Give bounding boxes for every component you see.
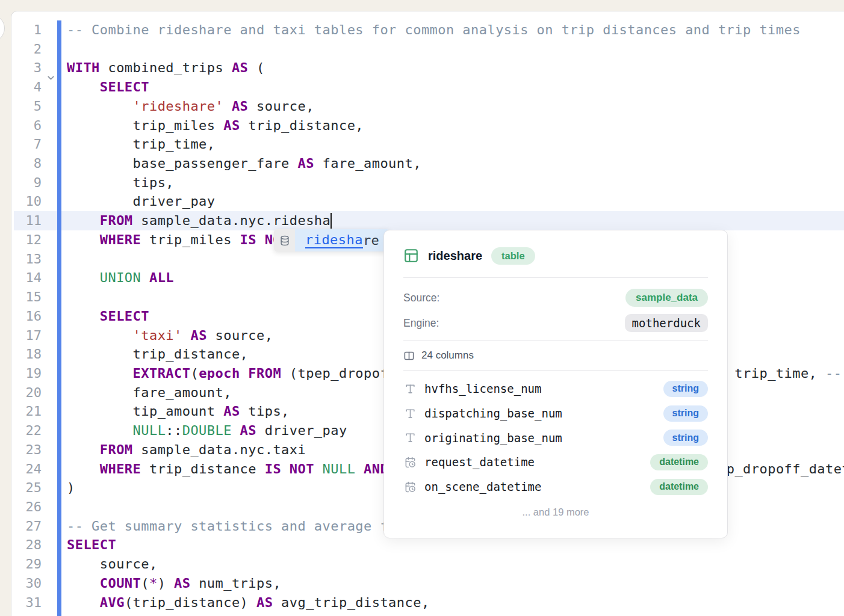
suggestion-label: rideshare xyxy=(295,229,389,251)
code-token xyxy=(355,461,364,476)
code-token xyxy=(67,614,100,616)
more-columns-label: ... and 19 more xyxy=(403,507,708,518)
code-token: AS xyxy=(232,99,248,114)
line-number: 7 xyxy=(11,135,42,154)
gutter-numbers: 1234567891011121314151617181920212223242… xyxy=(11,20,42,616)
code-token: WHERE xyxy=(100,461,141,476)
code-token: epoch xyxy=(199,366,240,381)
panel-kv-rows: Source:sample_dataEngine:motherduck xyxy=(403,285,708,336)
code-token: DOUBLE xyxy=(182,423,232,438)
code-token: trip_time, xyxy=(67,137,216,152)
calendar-clock-icon xyxy=(403,481,417,493)
code-line[interactable]: COUNT(*) AS num_trips, xyxy=(67,574,844,593)
code-line[interactable]: AVG(trip_distance) AS avg_trip_distance, xyxy=(67,593,844,612)
code-token: AS xyxy=(223,614,240,616)
code-token xyxy=(67,461,100,476)
fold-chevron-down-icon[interactable] xyxy=(46,73,56,83)
line-number: 23 xyxy=(11,440,42,460)
column-row: hvfhs_license_numstring xyxy=(403,377,708,401)
page: { "colors": { "keyword": "#770088", "str… xyxy=(0,0,844,616)
code-line[interactable]: SELECT xyxy=(67,535,844,555)
code-token: AS xyxy=(190,328,206,343)
code-line[interactable]: AVG(trip_time) AS avg_trip_time, xyxy=(67,612,844,616)
line-number: 24 xyxy=(11,460,42,479)
code-token xyxy=(67,79,100,94)
column-row: dispatching_base_numstring xyxy=(403,401,708,426)
code-token xyxy=(314,461,323,476)
table-name: rideshare xyxy=(428,249,482,263)
code-line[interactable]: -- Combine rideshare and taxi tables for… xyxy=(67,20,844,40)
line-number: 1 xyxy=(11,20,42,40)
code-token: -- Combine rideshare and taxi tables for… xyxy=(67,22,801,37)
column-type-badge: datetime xyxy=(650,454,708,470)
code-token xyxy=(182,328,191,343)
code-token: combined_trips xyxy=(100,60,232,75)
line-number: 14 xyxy=(11,268,42,288)
line-number: 3 xyxy=(11,58,42,78)
columns-count-row: 24 columns xyxy=(403,341,708,370)
line-number: 27 xyxy=(11,517,42,536)
text-type-icon xyxy=(403,432,417,443)
autocomplete-suggestion[interactable]: rideshare xyxy=(274,229,389,251)
code-token xyxy=(67,595,100,610)
code-line[interactable]: FROM sample_data.nyc.ridesha xyxy=(67,211,844,230)
code-token: 'taxi' xyxy=(133,328,182,343)
code-token: 'rideshare' xyxy=(133,99,224,114)
code-token: SELECT xyxy=(67,537,116,552)
column-row: on_scene_datetimedatetime xyxy=(403,475,708,499)
code-token xyxy=(67,232,100,247)
code-token: tips, xyxy=(240,404,290,419)
code-token: fare_amount, xyxy=(314,156,421,171)
code-line[interactable]: driver_pay xyxy=(67,192,844,211)
code-token: trip_distance, xyxy=(67,346,248,362)
code-token xyxy=(67,442,100,457)
code-token: ) xyxy=(158,576,174,591)
line-number: 18 xyxy=(11,345,42,364)
code-token: AVG xyxy=(100,595,125,610)
code-token: sample_data.nyc.ridesha xyxy=(133,213,331,228)
code-line[interactable]: WITH combined_trips AS ( xyxy=(67,58,844,78)
code-line[interactable] xyxy=(67,40,844,59)
code-token: :: xyxy=(166,423,182,438)
info-row-label: Engine: xyxy=(403,317,439,330)
code-token xyxy=(141,270,149,285)
code-token: sample_data.nyc.taxi xyxy=(133,442,306,457)
line-number: 19 xyxy=(11,364,42,383)
column-row: originating_base_numstring xyxy=(403,425,708,450)
code-token: avg_trip_time, xyxy=(240,614,364,616)
code-line[interactable]: SELECT xyxy=(67,78,844,97)
code-line[interactable]: source, xyxy=(67,555,844,574)
code-token: ( xyxy=(141,576,149,591)
code-token: trip_time, xyxy=(727,366,825,381)
line-number: 11 xyxy=(11,211,42,230)
line-number: 32 xyxy=(11,612,42,616)
code-token: WHERE xyxy=(100,232,141,247)
suggestion-rest-text: re xyxy=(363,233,379,248)
code-token: source, xyxy=(67,556,158,571)
code-token: EXTRACT xyxy=(133,366,191,381)
code-line[interactable]: base_passenger_fare AS fare_amount, xyxy=(67,154,844,173)
column-type-badge: string xyxy=(663,430,708,446)
column-type-badge: datetime xyxy=(650,479,708,495)
line-number: 15 xyxy=(11,288,42,307)
code-line[interactable]: trip_time, xyxy=(67,135,844,154)
code-line[interactable]: tips, xyxy=(67,173,844,192)
columns-icon xyxy=(403,350,415,362)
code-token xyxy=(67,423,133,438)
code-line[interactable]: 'rideshare' AS source, xyxy=(67,97,844,116)
code-token: WITH xyxy=(67,60,100,75)
code-token: ( xyxy=(190,366,199,381)
line-number: 26 xyxy=(11,497,42,517)
columns-count-label: 24 columns xyxy=(421,350,474,362)
code-token: fare_amount, xyxy=(67,385,232,400)
line-number: 17 xyxy=(11,326,42,345)
code-token: NOT xyxy=(290,461,314,476)
code-token: num_trips, xyxy=(190,576,281,591)
code-token xyxy=(67,270,100,285)
table-title-row: rideshare table xyxy=(403,230,708,266)
code-line[interactable]: trip_miles AS trip_distance, xyxy=(67,116,844,135)
code-token: source, xyxy=(207,328,273,343)
code-token xyxy=(223,99,232,114)
code-token: driver_pay xyxy=(67,194,216,209)
line-number: 13 xyxy=(11,250,42,269)
